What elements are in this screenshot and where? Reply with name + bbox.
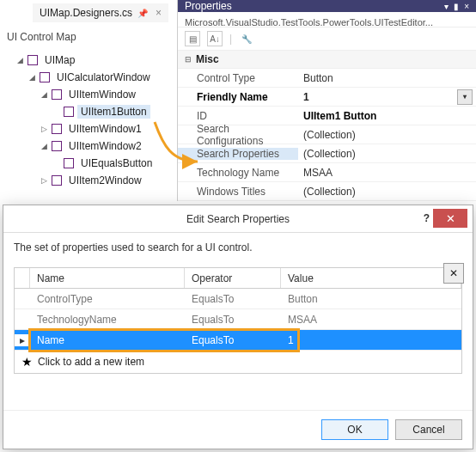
close-icon[interactable]: ×	[156, 7, 162, 19]
properties-toolbar: ▤ A↓ | 🔧	[178, 27, 476, 51]
prop-friendly-name[interactable]: Friendly Name1▾	[178, 88, 476, 107]
button-icon	[64, 107, 74, 117]
tree-node-itemwindow[interactable]: ◢UIItemWindow	[5, 86, 172, 103]
expand-icon[interactable]: ◢	[27, 73, 36, 82]
star-icon: ★	[21, 355, 33, 369]
prop-control-type[interactable]: Control TypeButton	[178, 69, 476, 88]
dropdown-icon[interactable]: ▾	[444, 2, 449, 11]
edit-search-properties-dialog: Edit Search Properties ? ✕ The set of pr…	[3, 205, 473, 449]
window-icon	[52, 124, 62, 134]
ok-button[interactable]: OK	[321, 419, 388, 440]
window-icon	[52, 141, 62, 151]
search-properties-grid: Name Operator Value ControlTypeEqualsToB…	[14, 267, 462, 374]
row-header-gutter	[15, 268, 30, 288]
close-button[interactable]: ✕	[433, 209, 467, 228]
properties-panel: Properties ▾ ▮ × Microsoft.VisualStudio.…	[178, 0, 476, 201]
properties-title: Properties	[185, 0, 232, 12]
editor-tabs: UIMap.Designers.cs 📌 ×	[0, 0, 177, 22]
window-icon	[40, 72, 50, 82]
pin-icon[interactable]: 📌	[137, 9, 148, 18]
prop-search-properties[interactable]: Search Properties(Collection)	[178, 144, 476, 163]
prop-technology-name[interactable]: Technology NameMSAA	[178, 163, 476, 182]
delete-button[interactable]: ✕	[443, 263, 464, 284]
col-operator[interactable]: Operator	[185, 268, 281, 288]
categorized-icon[interactable]: ▤	[185, 31, 200, 46]
expand-icon[interactable]: ▷	[40, 125, 48, 133]
collapse-icon[interactable]: ⊟	[185, 55, 192, 64]
tree-node-equalsbutton[interactable]: UIEqualsButton	[5, 155, 172, 172]
col-value[interactable]: Value	[281, 268, 461, 288]
grid-header: Name Operator Value	[15, 268, 461, 289]
grid-row-controltype[interactable]: ControlTypeEqualsToButton	[15, 289, 461, 309]
expand-icon[interactable]: ▷	[40, 176, 48, 185]
expand-icon[interactable]: ◢	[40, 90, 48, 99]
map-icon	[27, 55, 38, 65]
dialog-title: Edit Search Properties	[186, 213, 290, 225]
help-icon[interactable]: ?	[424, 212, 430, 224]
expand-icon[interactable]: ◢	[40, 142, 48, 150]
properties-context: Microsoft.VisualStudio.TestTools.PowerTo…	[178, 12, 476, 27]
separator: |	[229, 33, 232, 45]
alpha-sort-icon[interactable]: A↓	[207, 31, 223, 46]
row-indicator-icon: ▸	[15, 334, 30, 346]
category-misc[interactable]: ⊟Misc	[178, 51, 476, 69]
tree-node-calcwindow[interactable]: ◢UICalculatorWindow	[5, 69, 172, 86]
delete-icon: ✕	[449, 267, 458, 279]
grid-row-technologyname[interactable]: TechnologyNameEqualsToMSAA	[15, 309, 461, 330]
tab-uimap-designers[interactable]: UIMap.Designers.cs 📌 ×	[33, 3, 168, 22]
category-label: Misc	[196, 53, 219, 65]
chevron-down-icon[interactable]: ▾	[457, 89, 473, 105]
grid-row-name[interactable]: ▸NameEqualsTo1	[15, 330, 461, 351]
panel-title: UI Control Map	[0, 22, 177, 50]
tree-node-item1button[interactable]: UIItem1Button	[5, 103, 172, 120]
expand-icon[interactable]: ◢	[15, 56, 24, 64]
tree-node-item2window[interactable]: ▷UIItem2Window	[5, 172, 172, 189]
button-icon	[64, 158, 74, 168]
tab-label: UIMap.Designers.cs	[40, 7, 132, 19]
dialog-titlebar[interactable]: Edit Search Properties ? ✕	[3, 205, 473, 233]
prop-search-configurations[interactable]: Search Configurations(Collection)	[178, 125, 476, 144]
ui-control-map-tree[interactable]: ◢UIMap ◢UICalculatorWindow ◢UIItemWindow…	[0, 50, 177, 201]
prop-windows-titles[interactable]: Windows Titles(Collection)	[178, 182, 476, 201]
pin-icon[interactable]: ▮	[454, 2, 459, 11]
window-icon	[52, 89, 62, 100]
close-icon[interactable]: ×	[464, 2, 469, 11]
property-grid: Control TypeButton Friendly Name1▾ IDUII…	[178, 69, 476, 201]
tree-node-itemwindow1[interactable]: ▷UIItemWindow1	[5, 120, 172, 137]
dialog-description: The set of properties used to search for…	[3, 233, 473, 262]
left-panel: UIMap.Designers.cs 📌 × UI Control Map ◢U…	[0, 0, 178, 201]
window-icon	[52, 175, 62, 186]
col-name[interactable]: Name	[30, 268, 185, 288]
add-new-item-row[interactable]: ★Click to add a new item	[15, 351, 461, 373]
dialog-buttons: OK Cancel	[3, 410, 473, 449]
properties-header: Properties ▾ ▮ ×	[178, 0, 476, 12]
tree-node-itemwindow2[interactable]: ◢UIItemWindow2	[5, 137, 172, 155]
wrench-icon[interactable]: 🔧	[239, 31, 254, 46]
tree-node-uimap[interactable]: ◢UIMap	[5, 52, 172, 69]
cancel-button[interactable]: Cancel	[395, 419, 462, 440]
